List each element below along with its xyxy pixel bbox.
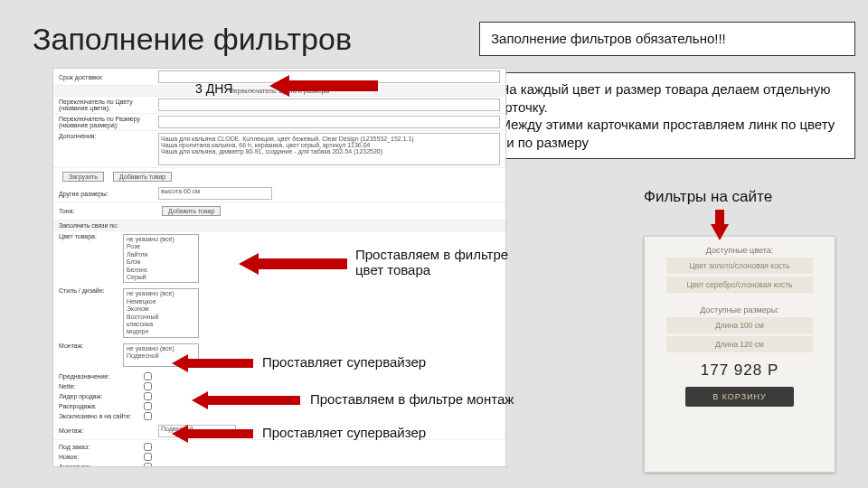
chip-color-2[interactable]: Цвет серебро/слоновая кость	[666, 277, 813, 293]
link-cvet-field[interactable]	[158, 99, 500, 111]
srok-label: Срок доставки:	[59, 74, 158, 80]
callout-montage: Проставляем в фильтре монтаж	[310, 391, 514, 407]
chip-size-2[interactable]: Длина 120 см	[666, 336, 813, 352]
svg-marker-2	[172, 354, 253, 372]
svg-marker-1	[239, 253, 347, 275]
arrow-icon	[239, 253, 347, 275]
add-item-button[interactable]: Добавить товар	[113, 172, 172, 182]
colors-add-button[interactable]: Добавить товар	[162, 206, 221, 216]
note-mandatory: Заполнение фильтров обязательно!!!	[479, 22, 855, 56]
callout-supervisor-2: Проставляет супервайзер	[262, 425, 426, 440]
ck2: Аксессуар:	[59, 464, 140, 467]
feat3: Лидер продаж:	[59, 393, 140, 399]
feat4: Распродажа:	[59, 403, 140, 409]
arrow-icon	[172, 425, 253, 443]
feat3-checkbox[interactable]	[144, 392, 152, 400]
style-label: Стиль / дизайн:	[59, 287, 122, 338]
bullet-1: • На каждый цвет и размер товара делаем …	[491, 80, 844, 116]
desc-label: Дополнения:	[59, 133, 158, 139]
arrow-icon	[192, 391, 300, 409]
ck0-checkbox[interactable]	[144, 443, 152, 451]
ck1: Новое:	[59, 454, 140, 460]
montage-label: Монтаж:	[59, 343, 122, 368]
desc-text[interactable]: Чаша для кальяна CLODE. Коллекция, цвет …	[158, 133, 500, 165]
svg-marker-5	[711, 210, 729, 240]
sec-colors: Доступные цвета:	[645, 246, 835, 255]
link-size-label: Переключатель по Размеру (название разме…	[59, 116, 158, 128]
ck0: Под заказ:	[59, 444, 140, 450]
link-cvet-label: Переключатель по Цвету (название цвета):	[59, 99, 158, 111]
feat4-checkbox[interactable]	[144, 402, 152, 410]
feat1-checkbox[interactable]	[144, 372, 152, 380]
feat5-checkbox[interactable]	[144, 412, 152, 420]
callout-color: Проставляем в фильтре цвет товара	[355, 247, 536, 277]
chip-color-1[interactable]: Цвет золото/слоновая кость	[666, 258, 813, 274]
bullet-2: • Между этими карточками проставляем лин…	[491, 116, 844, 151]
feat2-checkbox[interactable]	[144, 382, 152, 390]
color-listbox[interactable]: не указано (все) Розе Лайтли Блэк Белэнс…	[123, 234, 199, 283]
svg-marker-0	[269, 75, 378, 97]
fill-label: Заполнить связи по:	[59, 222, 158, 229]
add-to-cart-button[interactable]: В КОРЗИНУ	[685, 387, 794, 407]
price: 177 928 Р	[645, 361, 835, 380]
callout-supervisor-1: Проставляет супервайзер	[262, 354, 426, 370]
arrow-icon	[172, 354, 253, 372]
note-bullets: • На каждый цвет и размер товара делаем …	[479, 72, 855, 159]
site-widget: Доступные цвета: Цвет золото/слоновая ко…	[644, 236, 835, 473]
upload-button[interactable]: Загрузить	[62, 172, 104, 182]
feat5: Эксклюзивно в на сайте:	[59, 413, 140, 419]
cvet-label: Цвет товара:	[59, 233, 122, 284]
sizes-field[interactable]: высота 60 см	[158, 187, 272, 200]
arrow-down-icon	[711, 210, 729, 240]
feat2: Nette:	[59, 383, 140, 389]
ck1-checkbox[interactable]	[144, 453, 152, 461]
status-label: Монтаж:	[59, 427, 158, 434]
link-size-field[interactable]	[158, 116, 500, 128]
ck2-checkbox[interactable]	[144, 463, 152, 467]
filters-caption: Фильтры на сайте	[644, 188, 772, 206]
days-label: 3 ДНЯ	[195, 81, 232, 96]
slide: Заполнение фильтров Заполнение фильтров …	[0, 0, 868, 488]
chip-size-1[interactable]: Длина 100 см	[666, 317, 813, 333]
colors-label: Тона:	[59, 208, 158, 214]
svg-marker-3	[192, 391, 300, 409]
arrow-icon	[269, 75, 378, 97]
page-title: Заполнение фильтров	[33, 22, 352, 57]
sec-sizes: Доступные размеры:	[645, 305, 835, 314]
feat1: Предназначение:	[59, 373, 140, 380]
style-listbox[interactable]: не указано (все) Немецкое Эконом Восточн…	[123, 288, 199, 337]
sizes-label: Другие размеры:	[59, 191, 158, 197]
svg-marker-4	[172, 425, 253, 443]
